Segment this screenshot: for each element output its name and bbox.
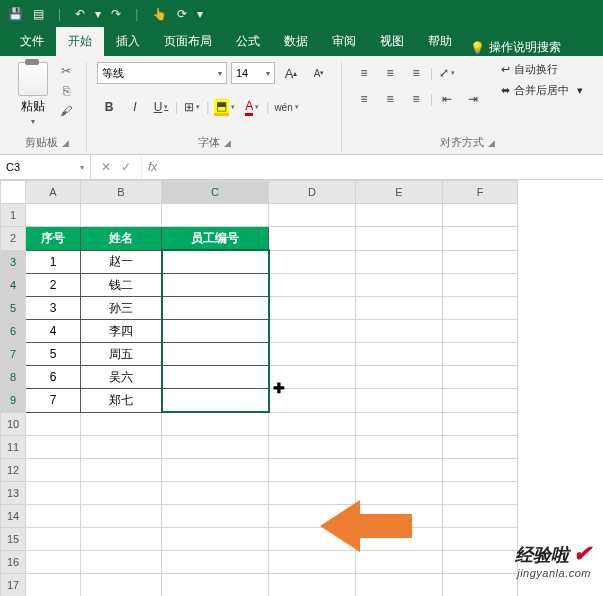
cell-C14[interactable] <box>162 505 269 528</box>
cell-D10[interactable] <box>269 412 356 436</box>
column-header-C[interactable]: C <box>162 181 269 204</box>
cell-D2[interactable] <box>269 227 356 251</box>
column-header-F[interactable]: F <box>443 181 518 204</box>
tab-home[interactable]: 开始 <box>56 27 104 56</box>
align-right-icon[interactable]: ≡ <box>404 88 428 110</box>
cell-D16[interactable] <box>269 551 356 574</box>
cell-D11[interactable] <box>269 436 356 459</box>
cell-E7[interactable] <box>356 343 443 366</box>
bold-button[interactable]: B <box>97 96 121 118</box>
cancel-icon[interactable]: ✕ <box>101 160 111 174</box>
redo-icon[interactable]: ↷ <box>111 7 121 21</box>
underline-button[interactable]: U▾ <box>149 96 173 118</box>
worksheet-grid[interactable]: ABCDEF12序号姓名员工编号31赵一42钱二53孙三64李四75周五86吴六… <box>0 180 603 596</box>
row-header-15[interactable]: 15 <box>1 528 26 551</box>
cell-A17[interactable] <box>26 574 81 597</box>
cell-C12[interactable] <box>162 459 269 482</box>
cell-F17[interactable] <box>443 574 518 597</box>
fx-icon[interactable]: fx <box>142 160 163 174</box>
cell-C15[interactable] <box>162 528 269 551</box>
cell-F3[interactable] <box>443 250 518 274</box>
cell-D7[interactable] <box>269 343 356 366</box>
cell-B16[interactable] <box>81 551 162 574</box>
cell-E1[interactable] <box>356 204 443 227</box>
wrap-text-button[interactable]: ↩自动换行 <box>501 62 583 77</box>
tab-layout[interactable]: 页面布局 <box>152 27 224 56</box>
cell-A12[interactable] <box>26 459 81 482</box>
cell-A5[interactable]: 3 <box>26 297 81 320</box>
row-header-8[interactable]: 8 <box>1 366 26 389</box>
cell-C16[interactable] <box>162 551 269 574</box>
column-header-E[interactable]: E <box>356 181 443 204</box>
row-header-1[interactable]: 1 <box>1 204 26 227</box>
phonetic-button[interactable]: wén▾ <box>271 96 301 118</box>
merge-center-button[interactable]: ⬌合并后居中▾ <box>501 83 583 98</box>
cell-D17[interactable] <box>269 574 356 597</box>
cell-A7[interactable]: 5 <box>26 343 81 366</box>
cell-E3[interactable] <box>356 250 443 274</box>
tab-insert[interactable]: 插入 <box>104 27 152 56</box>
clipboard-launcher-icon[interactable]: ◢ <box>62 138 69 148</box>
cell-B12[interactable] <box>81 459 162 482</box>
decrease-font-icon[interactable]: A▾ <box>307 62 331 84</box>
italic-button[interactable]: I <box>123 96 147 118</box>
cell-A2[interactable]: 序号 <box>26 227 81 251</box>
cell-D8[interactable] <box>269 366 356 389</box>
cell-E16[interactable] <box>356 551 443 574</box>
cell-D6[interactable] <box>269 320 356 343</box>
cell-A3[interactable]: 1 <box>26 250 81 274</box>
cell-B2[interactable]: 姓名 <box>81 227 162 251</box>
row-header-4[interactable]: 4 <box>1 274 26 297</box>
cell-D3[interactable] <box>269 250 356 274</box>
cell-C5[interactable] <box>162 297 269 320</box>
font-color-button[interactable]: A▾ <box>240 96 264 118</box>
cell-F6[interactable] <box>443 320 518 343</box>
cell-C1[interactable] <box>162 204 269 227</box>
folder-icon[interactable]: ▤ <box>33 7 44 21</box>
cell-D4[interactable] <box>269 274 356 297</box>
format-painter-icon[interactable]: 🖌 <box>56 102 76 120</box>
row-header-13[interactable]: 13 <box>1 482 26 505</box>
cell-B14[interactable] <box>81 505 162 528</box>
row-header-17[interactable]: 17 <box>1 574 26 597</box>
cell-B11[interactable] <box>81 436 162 459</box>
cell-E5[interactable] <box>356 297 443 320</box>
cell-F13[interactable] <box>443 482 518 505</box>
cell-B3[interactable]: 赵一 <box>81 250 162 274</box>
cell-D12[interactable] <box>269 459 356 482</box>
cell-C17[interactable] <box>162 574 269 597</box>
cell-A15[interactable] <box>26 528 81 551</box>
touch-mode-icon[interactable]: 👆 <box>152 7 167 21</box>
orientation-icon[interactable]: ⤢▾ <box>435 62 459 84</box>
select-all-corner[interactable] <box>1 181 26 204</box>
align-launcher-icon[interactable]: ◢ <box>488 138 495 148</box>
cell-C6[interactable] <box>162 320 269 343</box>
cell-A16[interactable] <box>26 551 81 574</box>
column-header-A[interactable]: A <box>26 181 81 204</box>
cell-F11[interactable] <box>443 436 518 459</box>
row-header-2[interactable]: 2 <box>1 227 26 251</box>
cell-A1[interactable] <box>26 204 81 227</box>
border-button[interactable]: ⊞▾ <box>180 96 204 118</box>
align-bottom-icon[interactable]: ≡ <box>404 62 428 84</box>
cell-B17[interactable] <box>81 574 162 597</box>
row-header-7[interactable]: 7 <box>1 343 26 366</box>
cell-D5[interactable] <box>269 297 356 320</box>
undo-icon[interactable]: ↶ <box>75 7 85 21</box>
tab-file[interactable]: 文件 <box>8 27 56 56</box>
align-left-icon[interactable]: ≡ <box>352 88 376 110</box>
column-header-B[interactable]: B <box>81 181 162 204</box>
tab-data[interactable]: 数据 <box>272 27 320 56</box>
cell-E6[interactable] <box>356 320 443 343</box>
increase-font-icon[interactable]: A▴ <box>279 62 303 84</box>
tab-review[interactable]: 审阅 <box>320 27 368 56</box>
cell-B10[interactable] <box>81 412 162 436</box>
cell-D9[interactable] <box>269 389 356 413</box>
row-header-5[interactable]: 5 <box>1 297 26 320</box>
cell-F14[interactable] <box>443 505 518 528</box>
cell-B1[interactable] <box>81 204 162 227</box>
copy-icon[interactable]: ⎘ <box>56 82 76 100</box>
cell-F2[interactable] <box>443 227 518 251</box>
cell-E9[interactable] <box>356 389 443 413</box>
cell-B15[interactable] <box>81 528 162 551</box>
